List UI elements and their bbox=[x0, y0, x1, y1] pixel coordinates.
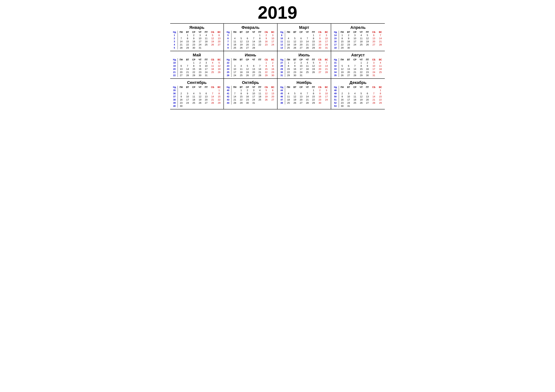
week-row: 2410111213141516 bbox=[225, 67, 276, 71]
day-cell: 12 bbox=[263, 92, 270, 95]
day-cell: 17 bbox=[270, 40, 276, 43]
day-cell: 11 bbox=[209, 64, 216, 67]
week-number: 31 bbox=[279, 74, 285, 77]
week-number: 49 bbox=[332, 92, 339, 95]
week-row: 4178910111213 bbox=[225, 92, 276, 95]
day-cell: 3 bbox=[231, 64, 238, 67]
day-cell: 10 bbox=[251, 92, 257, 95]
week-number: 28 bbox=[279, 64, 285, 67]
day-cell: 18 bbox=[209, 67, 216, 71]
day-cell: 2 bbox=[316, 34, 323, 37]
day-cell: 4 bbox=[203, 34, 209, 37]
day-cell: 26 bbox=[263, 98, 270, 101]
week-row: 3816171819202122 bbox=[171, 98, 222, 101]
day-header-вс: ВС bbox=[377, 58, 384, 61]
day-cell: 6 bbox=[251, 64, 257, 67]
day-cell: 12 bbox=[358, 95, 364, 98]
week-row: 4428293031 bbox=[225, 101, 276, 104]
day-header-ср: СР bbox=[190, 86, 197, 89]
day-cell bbox=[270, 46, 276, 49]
week-number: 34 bbox=[332, 71, 339, 74]
day-cell: 17 bbox=[231, 71, 238, 74]
week-number: 35 bbox=[332, 74, 339, 77]
day-cell: 10 bbox=[352, 37, 358, 40]
day-cell: 21 bbox=[352, 71, 358, 74]
week-row: 44123 bbox=[279, 89, 330, 92]
day-cell: 3 bbox=[323, 89, 330, 92]
day-cell: 13 bbox=[203, 95, 209, 98]
day-cell bbox=[184, 61, 190, 64]
week-row: 4030 bbox=[171, 104, 222, 107]
day-cell: 7 bbox=[304, 37, 310, 40]
day-cell: 21 bbox=[251, 43, 257, 46]
day-cell: 6 bbox=[364, 92, 371, 95]
day-cell: 2 bbox=[364, 61, 371, 64]
day-header-вс: ВС bbox=[377, 31, 384, 34]
day-cell: 29 bbox=[377, 101, 384, 104]
day-cell: 10 bbox=[323, 92, 330, 95]
day-cell: 20 bbox=[244, 43, 251, 46]
day-header-чт: ЧТ bbox=[358, 31, 364, 34]
day-cell: 4 bbox=[209, 61, 216, 64]
day-cell: 22 bbox=[310, 43, 316, 46]
day-cell: 19 bbox=[209, 40, 216, 43]
day-cell: 26 bbox=[364, 43, 371, 46]
day-cell: 7 bbox=[251, 37, 257, 40]
week-number: 26 bbox=[225, 74, 231, 77]
day-cell: 11 bbox=[285, 40, 292, 43]
day-cell: 27 bbox=[251, 74, 257, 77]
day-cell: 8 bbox=[339, 37, 346, 40]
day-cell: 20 bbox=[346, 71, 352, 74]
day-cell: 21 bbox=[304, 98, 310, 101]
day-cell: 14 bbox=[178, 40, 185, 43]
day-cell: 21 bbox=[323, 67, 330, 71]
day-header-вт: ВТ bbox=[292, 58, 298, 61]
day-cell: 6 bbox=[298, 92, 304, 95]
day-cell: 22 bbox=[310, 98, 316, 101]
week-number: 27 bbox=[279, 61, 285, 64]
week-number: 43 bbox=[225, 98, 231, 101]
day-cell: 13 bbox=[244, 40, 251, 43]
month-table: НдПНВТСРЧТПТСБВС512364567891071112131415… bbox=[225, 31, 276, 49]
day-cell: 5 bbox=[292, 37, 298, 40]
week-number: 40 bbox=[171, 104, 178, 107]
day-header-пт: ПТ bbox=[257, 31, 263, 34]
month-table: НдПНВТСРЧТПТСБВС401234564178910111213421… bbox=[225, 86, 276, 104]
day-cell: 5 bbox=[358, 92, 364, 95]
day-cell: 6 bbox=[178, 64, 185, 67]
day-cell: 27 bbox=[316, 71, 323, 74]
week-number: 19 bbox=[171, 64, 178, 67]
day-cell: 1 bbox=[377, 89, 384, 92]
day-cell: 16 bbox=[263, 40, 270, 43]
day-cell: 14 bbox=[209, 95, 216, 98]
day-cell: 25 bbox=[257, 98, 263, 101]
day-cell: 24 bbox=[270, 43, 276, 46]
month-block-1: ЯнварьНдПНВТСРЧТПТСБВС112345627891011121… bbox=[170, 24, 224, 51]
week-row: 3022232425262728 bbox=[279, 71, 330, 74]
week-number: 13 bbox=[279, 46, 285, 49]
day-header-ср: СР bbox=[352, 86, 358, 89]
day-cell: 16 bbox=[316, 40, 323, 43]
day-header-вс: ВС bbox=[216, 31, 222, 34]
day-cell: 21 bbox=[184, 71, 190, 74]
week-number: 29 bbox=[279, 67, 285, 71]
day-header-вт: ВТ bbox=[292, 31, 298, 34]
day-header-пт: ПТ bbox=[203, 58, 209, 61]
week-row: 278910111213 bbox=[171, 37, 222, 40]
day-cell: 16 bbox=[316, 95, 323, 98]
day-cell: 11 bbox=[238, 67, 244, 71]
day-cell bbox=[323, 101, 330, 104]
day-cell: 5 bbox=[292, 92, 298, 95]
day-cell: 4 bbox=[257, 89, 263, 92]
day-header-вт: ВТ bbox=[238, 86, 244, 89]
week-number: 3 bbox=[171, 40, 178, 43]
day-cell: 27 bbox=[178, 74, 185, 77]
day-cell: 1 bbox=[184, 34, 190, 37]
day-cell bbox=[257, 101, 263, 104]
day-cell: 24 bbox=[231, 74, 238, 77]
day-cell: 10 bbox=[197, 37, 203, 40]
day-cell: 27 bbox=[270, 98, 276, 101]
day-cell: 21 bbox=[304, 43, 310, 46]
month-table: НдПНВТСРЧТПТСБВС141234567158910111213141… bbox=[332, 31, 384, 49]
day-header-сб: СБ bbox=[263, 58, 270, 61]
